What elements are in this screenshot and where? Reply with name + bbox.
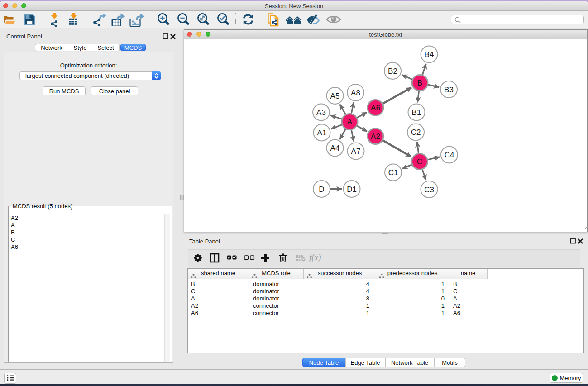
- svg-text:A2: A2: [371, 132, 380, 141]
- svg-text:A3: A3: [316, 108, 326, 117]
- svg-text:B1: B1: [412, 108, 421, 117]
- svg-text:B2: B2: [388, 67, 397, 76]
- svg-text:C3: C3: [424, 186, 434, 194]
- svg-text:A: A: [347, 118, 353, 126]
- svg-text:A6: A6: [371, 104, 380, 112]
- svg-text:A1: A1: [317, 129, 327, 137]
- svg-text:B4: B4: [425, 50, 434, 59]
- svg-text:D: D: [319, 185, 324, 194]
- svg-text:B3: B3: [444, 86, 454, 94]
- svg-text:A4: A4: [330, 144, 340, 152]
- svg-text:A5: A5: [330, 92, 340, 100]
- svg-text:D1: D1: [347, 185, 357, 194]
- svg-text:A8: A8: [351, 89, 360, 97]
- svg-text:C: C: [417, 157, 422, 166]
- svg-text:C2: C2: [411, 128, 421, 137]
- svg-text:A7: A7: [351, 147, 361, 156]
- svg-text:C4: C4: [445, 151, 454, 159]
- svg-text:C1: C1: [388, 168, 398, 177]
- svg-text:B: B: [417, 79, 422, 87]
